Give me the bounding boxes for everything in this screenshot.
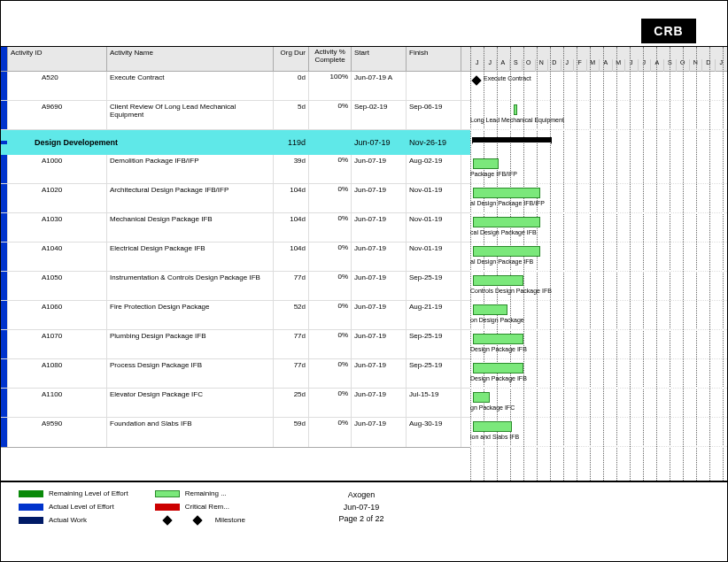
start-date: Jun-07-19	[352, 330, 407, 358]
table-row: A1060Fire Protection Design Package52d0%…	[1, 301, 470, 330]
gantt-group-row	[470, 130, 727, 155]
month-label: J	[638, 59, 651, 72]
pct-complete: 0%	[309, 272, 352, 300]
start-date: Jun-07-19	[352, 301, 407, 329]
duration: 77d	[274, 359, 309, 388]
header-pct-complete: Activity % Complete	[309, 47, 352, 71]
activity-id: A1020	[8, 184, 107, 212]
start-date: Jun-07-19	[352, 359, 407, 388]
finish-date	[407, 72, 461, 100]
month-label: D	[701, 59, 715, 72]
gantt-chart: JJASONDJFMAMJJASONDJ Execute ContractLon…	[470, 47, 727, 481]
header: CRB	[1, 1, 727, 47]
legend-critical: Critical Rem...	[155, 503, 245, 511]
gantt-bar	[473, 392, 490, 403]
month-label: O	[676, 59, 689, 72]
gantt-row: Design Package IFB	[470, 359, 727, 389]
page-number: Page 2 of 22	[245, 513, 477, 526]
duration: 0d	[274, 72, 309, 100]
month-label: A	[650, 59, 663, 72]
month-label: J	[624, 59, 638, 72]
finish-date: Sep-25-19	[407, 272, 461, 300]
gantt-row: Controls Design Package IFB	[470, 272, 727, 301]
gantt-row: al Design Package IFB/IFP	[470, 184, 727, 213]
month-label: J	[470, 59, 484, 72]
duration: 25d	[274, 389, 309, 417]
gantt-bar-label: al Design Package IFB	[470, 258, 533, 265]
gantt-row: gn Package IFC	[470, 389, 727, 418]
pct-complete: 0%	[309, 213, 352, 242]
finish-date: Sep-25-19	[407, 359, 461, 388]
gantt-bar	[473, 334, 523, 344]
activity-id: A9590	[8, 418, 107, 447]
diamond-icon	[192, 515, 202, 525]
month-label: J	[484, 59, 497, 72]
footer-info: Axogen Jun-07-19 Page 2 of 22	[245, 489, 477, 535]
gantt-row: Long Lead Mechanical Equipment	[470, 101, 727, 130]
activity-name: Electrical Design Package IFB	[107, 243, 274, 271]
duration: 52d	[274, 301, 309, 329]
project-name: Axogen	[245, 489, 477, 502]
gantt-bar	[473, 363, 523, 373]
activity-id: A1030	[8, 213, 107, 242]
finish-date: Aug-30-19	[407, 418, 461, 447]
gantt-bar-label: Execute Contract	[484, 75, 531, 81]
gantt-bar-label: Long Lead Mechanical Equipment	[470, 117, 564, 123]
month-labels: JJASONDJFMAMJJASONDJ	[470, 59, 727, 72]
duration: 104d	[274, 243, 309, 271]
swatch-blue	[19, 504, 43, 511]
table-row: A1070Plumbing Design Package IFB77d0%Jun…	[1, 330, 470, 359]
gantt-bar-label: al Design Package IFB/IFP	[470, 200, 545, 206]
pct-complete: 0%	[309, 301, 352, 329]
start-date: Jun-07-19 A	[352, 72, 407, 100]
start-date: Jun-07-19	[352, 272, 407, 300]
activity-id: A9690	[8, 101, 107, 129]
legend: Remaining Level of Effort Actual Level o…	[19, 489, 245, 535]
footer: Remaining Level of Effort Actual Level o…	[1, 481, 727, 543]
finish-date: Sep-25-19	[407, 330, 461, 358]
finish-date: Nov-01-19	[407, 243, 461, 271]
table-row: A1040Electrical Design Package IFB104d0%…	[1, 243, 470, 272]
month-label: S	[509, 59, 523, 72]
month-label: J	[561, 59, 574, 72]
finish-date: Aug-21-19	[407, 301, 461, 329]
activity-id: A1080	[8, 359, 107, 388]
gantt-bar	[473, 421, 512, 432]
gantt-row: cal Design Package IFB	[470, 213, 727, 243]
swatch-darkblue	[19, 517, 43, 524]
activity-name: Demolition Package IFB/IFP	[107, 155, 274, 183]
table-row: A9590Foundation and Slabs IFB59d0%Jun-07…	[1, 418, 470, 447]
gantt-bar-label: Design Package IFB	[470, 346, 527, 352]
table-row: A1020Architectural Design Package IFB/IF…	[1, 184, 470, 213]
gantt-bar	[473, 217, 540, 227]
gantt-content: Activity ID Activity Name Org Dur Activi…	[1, 47, 727, 481]
activity-id: A1070	[8, 330, 107, 358]
duration: 77d	[274, 330, 309, 358]
activity-id: A1040	[8, 243, 107, 271]
legend-milestone: Milestone	[155, 516, 245, 524]
swatch-green	[19, 490, 43, 497]
gantt-bar	[473, 246, 540, 257]
finish-date: Nov-01-19	[407, 213, 461, 242]
table-row: A1080Process Design Package IFB77d0%Jun-…	[1, 359, 470, 389]
gantt-row: on Design Package	[470, 301, 727, 330]
activity-name: Fire Protection Design Package	[107, 301, 274, 329]
gantt-row: Execute Contract	[470, 72, 727, 101]
legend-remaining-loe: Remaining Level of Effort	[19, 489, 128, 497]
pct-complete: 0%	[309, 243, 352, 271]
gantt-bar	[473, 304, 507, 315]
duration: 59d	[274, 418, 309, 447]
legend-remaining: Remaining ...	[155, 489, 245, 497]
header-activity-id: Activity ID	[8, 47, 107, 71]
finish-date: Jul-15-19	[407, 389, 461, 417]
duration: 5d	[274, 101, 309, 129]
gantt-bar-label: Design Package IFB	[470, 375, 527, 381]
activity-table: Activity ID Activity Name Org Dur Activi…	[1, 47, 470, 481]
table-row: A520Execute Contract0d100%Jun-07-19 A	[1, 72, 470, 101]
activity-name: Mechanical Design Package IFB	[107, 213, 274, 242]
group-name: Design Developement	[8, 136, 274, 149]
header-finish: Finish	[407, 47, 461, 71]
timeline-header: JJASONDJFMAMJJASONDJ	[470, 47, 727, 72]
month-label: N	[535, 59, 548, 72]
table-row: A1050Instrumentation & Controls Design P…	[1, 272, 470, 301]
